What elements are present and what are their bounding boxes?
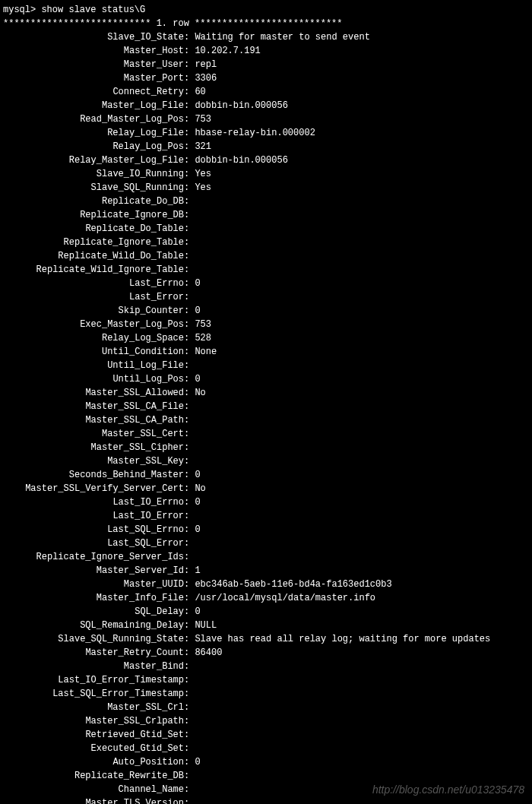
field-separator: :	[184, 495, 195, 509]
field-label: Last_IO_Errno	[3, 495, 184, 509]
field-label: Replicate_Do_DB	[3, 195, 184, 208]
field-label: Connect_Retry	[3, 85, 184, 99]
field-label: Master_SSL_CA_File	[3, 400, 184, 413]
field-value: /usr/local/mysql/data/master.info	[195, 591, 375, 605]
field-value: dobbin-bin.000056	[195, 99, 287, 112]
status-field-row: Master_TLS_Version:	[3, 796, 529, 804]
field-label: Master_User	[3, 58, 184, 71]
field-separator: :	[184, 263, 195, 277]
field-label: Slave_IO_State	[3, 30, 184, 44]
status-field-row: Exec_Master_Log_Pos: 753	[3, 318, 529, 331]
status-field-row: Master_SSL_Crlpath:	[3, 714, 529, 728]
field-separator: :	[184, 99, 195, 112]
field-label: Last_SQL_Error	[3, 537, 184, 550]
field-label: Last_Error	[3, 290, 184, 304]
field-separator: :	[184, 482, 195, 495]
field-label: Master_SSL_Cert	[3, 427, 184, 441]
field-label: Skip_Counter	[3, 304, 184, 318]
status-field-row: Replicate_Ignore_Table:	[3, 236, 529, 249]
field-value: No	[195, 386, 205, 400]
status-field-row: Master_SSL_Cipher:	[3, 441, 529, 454]
status-field-row: Last_SQL_Errno: 0	[3, 523, 529, 537]
field-separator: :	[184, 673, 195, 687]
status-field-row: Until_Condition: None	[3, 345, 529, 359]
status-field-row: Until_Log_Pos: 0	[3, 372, 529, 386]
field-label: Master_SSL_Crlpath	[3, 714, 184, 728]
field-label: Auto_Position	[3, 755, 184, 769]
status-field-row: Master_Host: 10.202.7.191	[3, 44, 529, 58]
field-value: 753	[195, 318, 211, 331]
field-value: 0	[195, 605, 200, 619]
field-label: Relay_Master_Log_File	[3, 154, 184, 167]
field-label: Channel_Name	[3, 783, 184, 796]
field-value: 753	[195, 112, 211, 126]
field-value: ebc346ab-5aeb-11e6-bd4a-fa163ed1c0b3	[195, 578, 391, 591]
status-field-row: Last_IO_Error_Timestamp:	[3, 673, 529, 687]
field-separator: :	[184, 454, 195, 468]
field-separator: :	[184, 783, 195, 796]
field-separator: :	[184, 441, 195, 454]
field-label: Master_SSL_CA_Path	[3, 413, 184, 427]
status-field-row: Master_User: repl	[3, 58, 529, 71]
field-separator: :	[184, 58, 195, 71]
status-field-row: Slave_SQL_Running: Yes	[3, 181, 529, 195]
status-field-row: Master_SSL_Key:	[3, 454, 529, 468]
status-field-row: Seconds_Behind_Master: 0	[3, 468, 529, 482]
status-field-row: SQL_Remaining_Delay: NULL	[3, 619, 529, 632]
field-separator: :	[184, 386, 195, 400]
field-value: repl	[195, 58, 217, 71]
field-label: Master_Server_Id	[3, 564, 184, 578]
field-separator: :	[184, 564, 195, 578]
field-separator: :	[184, 318, 195, 331]
status-field-row: Master_Info_File: /usr/local/mysql/data/…	[3, 591, 529, 605]
row-number: 1. row	[157, 18, 189, 29]
field-label: Master_Info_File	[3, 591, 184, 605]
field-label: SQL_Delay	[3, 605, 184, 619]
field-separator: :	[184, 755, 195, 769]
field-separator: :	[184, 167, 195, 181]
field-label: Replicate_Rewrite_DB	[3, 769, 184, 783]
status-field-row: Executed_Gtid_Set:	[3, 742, 529, 755]
field-label: Retrieved_Gtid_Set	[3, 728, 184, 742]
field-label: Until_Condition	[3, 345, 184, 359]
field-value: Yes	[195, 181, 211, 195]
status-field-row: Skip_Counter: 0	[3, 304, 529, 318]
status-field-row: Auto_Position: 0	[3, 755, 529, 769]
field-value: 0	[195, 277, 200, 290]
field-value: 0	[195, 755, 200, 769]
status-field-row: Master_Log_File: dobbin-bin.000056	[3, 99, 529, 112]
field-value: 0	[195, 372, 200, 386]
field-value: No	[195, 482, 205, 495]
field-value: 3306	[195, 71, 217, 85]
field-separator: :	[184, 222, 195, 236]
field-separator: :	[184, 71, 195, 85]
field-separator: :	[184, 304, 195, 318]
row-stars-left: ***************************	[3, 18, 157, 29]
field-separator: :	[184, 632, 195, 646]
status-field-row: Master_SSL_CA_Path:	[3, 413, 529, 427]
status-field-row: Last_IO_Error:	[3, 509, 529, 523]
field-value: Waiting for master to send event	[195, 30, 369, 44]
field-label: Until_Log_File	[3, 359, 184, 372]
field-label: Last_Errno	[3, 277, 184, 290]
field-separator: :	[184, 537, 195, 550]
field-separator: :	[184, 427, 195, 441]
status-field-row: Master_Bind:	[3, 660, 529, 673]
field-value: Yes	[195, 167, 211, 181]
field-label: Master_SSL_Allowed	[3, 386, 184, 400]
field-separator: :	[184, 372, 195, 386]
field-value: 10.202.7.191	[195, 44, 260, 58]
status-field-row: Relay_Log_Pos: 321	[3, 140, 529, 154]
field-separator: :	[184, 112, 195, 126]
field-separator: :	[184, 359, 195, 372]
field-separator: :	[184, 687, 195, 701]
field-value: 528	[195, 331, 211, 345]
field-label: Slave_SQL_Running	[3, 181, 184, 195]
field-label: Until_Log_Pos	[3, 372, 184, 386]
field-label: Seconds_Behind_Master	[3, 468, 184, 482]
status-field-row: Slave_IO_Running: Yes	[3, 167, 529, 181]
status-field-row: Last_IO_Errno: 0	[3, 495, 529, 509]
field-separator: :	[184, 523, 195, 537]
field-label: Replicate_Wild_Do_Table	[3, 249, 184, 263]
status-field-row: Replicate_Do_DB:	[3, 195, 529, 208]
